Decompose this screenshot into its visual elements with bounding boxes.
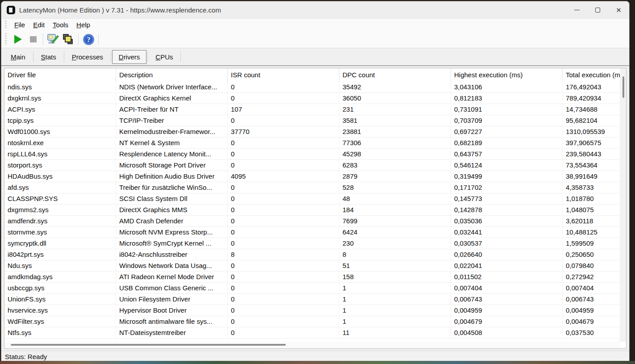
cell-highest-execution: 3,043106 [451, 82, 563, 93]
horizontal-scrollbar[interactable] [4, 342, 620, 348]
cell-highest-execution: 0,319499 [451, 171, 563, 182]
cell-total-execution: 0,250650 [563, 249, 626, 260]
table-row[interactable]: tcpip.sys TCP/IP-Treiber 0 3581 0,703709… [4, 115, 626, 126]
table-row[interactable]: rspLLL64.sys Resplendence Latency Monit.… [4, 149, 626, 160]
table-row[interactable]: amdkmdag.sys ATI Radeon Kernel Mode Driv… [4, 272, 626, 283]
status-text: Status: Ready [5, 353, 47, 360]
cell-highest-execution: 0,022041 [451, 260, 563, 272]
menu-tools[interactable]: Tools [49, 20, 72, 29]
column-header-description[interactable]: Description [116, 68, 228, 82]
column-header-isr-count[interactable]: ISR count [228, 68, 339, 82]
cell-dpc-count: 3581 [339, 115, 451, 126]
table-row[interactable]: Wdf01000.sys Kernelmodustreiber-Framewor… [4, 126, 626, 138]
cell-dpc-count: 11 [339, 327, 451, 339]
cell-description: i8042-Anschlusstreiber [116, 249, 228, 260]
start-monitor-button[interactable] [10, 33, 25, 46]
table-row[interactable]: CLASSPNP.SYS SCSI Class System Dll 0 48 … [4, 193, 626, 205]
minimize-icon [574, 10, 580, 10]
tab-processes[interactable]: Processes [65, 50, 110, 64]
column-header-highest-execution[interactable]: Highest execution (ms) [451, 68, 563, 82]
cell-isr-count: 0 [228, 272, 339, 283]
cell-isr-count: 0 [228, 182, 339, 193]
vertical-scrollbar[interactable] [620, 68, 626, 342]
monitor-pen-icon [47, 33, 59, 45]
play-icon [14, 35, 22, 44]
table-row[interactable]: UnionFS.sys Union Filesystem Driver 0 1 … [4, 294, 626, 305]
cell-total-execution: 0,007404 [563, 283, 626, 294]
horizontal-scrollbar-thumb[interactable] [11, 344, 286, 346]
table-row[interactable]: dxgmms2.sys DirectX Graphics MMS 0 184 0… [4, 205, 626, 216]
vertical-scrollbar-thumb[interactable] [622, 76, 624, 98]
minimize-button[interactable] [566, 1, 587, 18]
cell-isr-count: 0 [228, 305, 339, 316]
cell-dpc-count: 1 [339, 305, 451, 316]
cell-description: SCSI Class System Dll [116, 193, 228, 205]
table-row[interactable]: stornvme.sys Microsoft NVM Express Storp… [4, 227, 626, 238]
column-header-total-execution[interactable]: Total execution (ms) [563, 68, 626, 82]
menubar-gripper[interactable] [5, 21, 7, 29]
table-row[interactable]: amdfendr.sys AMD Crash Defender 0 7699 0… [4, 216, 626, 227]
cell-description: Resplendence Latency Monit... [116, 149, 228, 160]
cell-driver-file: CLASSPNP.SYS [4, 193, 116, 205]
menu-help[interactable]: Help [72, 20, 94, 29]
system-report-button[interactable] [46, 33, 61, 46]
table-row[interactable]: i8042prt.sys i8042-Anschlusstreiber 8 8 … [4, 249, 626, 260]
table-header: Driver file Description ISR count DPC co… [4, 68, 626, 82]
cell-dpc-count: 184 [339, 205, 451, 216]
table-row[interactable]: afd.sys Treiber für zusätzliche WinSo...… [4, 182, 626, 193]
column-header-driver-file[interactable]: Driver file [4, 68, 116, 82]
cell-driver-file: amdfendr.sys [4, 216, 116, 227]
tab-separator [64, 51, 64, 62]
cell-highest-execution: 0,026640 [451, 249, 563, 260]
tab-cpus[interactable]: CPUs [149, 50, 180, 64]
cell-dpc-count: 1 [339, 294, 451, 305]
table-row[interactable]: ntoskrnl.exe NT Kernel & System 0 77306 … [4, 138, 626, 149]
cell-highest-execution: 0,035036 [451, 216, 563, 227]
cell-driver-file: usbccgp.sys [4, 283, 116, 294]
tab-drivers[interactable]: Drivers [112, 50, 147, 64]
menu-file[interactable]: File [10, 20, 29, 29]
cell-total-execution: 95,682104 [563, 115, 626, 126]
table-row[interactable]: ndis.sys NDIS (Network Driver Interface.… [4, 82, 626, 93]
drivers-listview: Driver file Description ISR count DPC co… [4, 68, 627, 349]
cell-highest-execution: 0,546124 [451, 160, 563, 171]
table-row[interactable]: usbccgp.sys USB Common Class Generic ...… [4, 283, 626, 294]
cell-highest-execution: 0,142878 [451, 205, 563, 216]
maximize-button[interactable] [587, 1, 608, 18]
cell-highest-execution: 0,006743 [451, 294, 563, 305]
cell-driver-file: ntoskrnl.exe [4, 138, 116, 149]
cell-isr-count: 0 [228, 227, 339, 238]
menu-edit[interactable]: Edit [29, 20, 49, 29]
window-title: LatencyMon (Home Edition ) v 7.31 - http… [19, 6, 221, 14]
cell-total-execution: 10,488125 [563, 227, 626, 238]
table-row[interactable]: Ntfs.sys NT-Dateisystemtreiber 0 11 0,00… [4, 327, 626, 339]
table-row[interactable]: storport.sys Microsoft Storage Port Driv… [4, 160, 626, 171]
tab-stats[interactable]: Stats [34, 50, 63, 64]
help-button[interactable]: ? [81, 33, 96, 46]
tab-main[interactable]: Main [4, 50, 32, 64]
stack-windows-button[interactable] [61, 33, 76, 46]
cell-description: DirectX Graphics Kernel [116, 93, 228, 104]
table-row[interactable]: dxgkrnl.sys DirectX Graphics Kernel 0 36… [4, 93, 626, 104]
cell-driver-file: dxgmms2.sys [4, 205, 116, 216]
cell-driver-file: afd.sys [4, 182, 116, 193]
table-row[interactable]: ACPI.sys ACPI-Treiber für NT 107 231 0,7… [4, 104, 626, 115]
cell-highest-execution: 0,004679 [451, 316, 563, 327]
table-row[interactable]: Ndu.sys Windows Network Data Usag... 0 5… [4, 260, 626, 272]
close-button[interactable]: ✕ [608, 1, 629, 18]
table-row[interactable]: WdFilter.sys Microsoft antimalware file … [4, 316, 626, 327]
cell-description: Windows Network Data Usag... [116, 260, 228, 272]
cell-isr-count: 0 [228, 283, 339, 294]
column-header-dpc-count[interactable]: DPC count [339, 68, 451, 82]
cell-isr-count: 37770 [228, 126, 339, 138]
cell-highest-execution: 0,731091 [451, 104, 563, 115]
stop-monitor-button[interactable] [25, 33, 41, 46]
cell-total-execution: 1310,095539 [563, 126, 626, 138]
cell-driver-file: HDAudBus.sys [4, 171, 116, 182]
cell-description: Microsoft Storage Port Driver [116, 160, 228, 171]
table-row[interactable]: HDAudBus.sys High Definition Audio Bus D… [4, 171, 626, 182]
table-row[interactable]: hvservice.sys Hypervisor Boot Driver 0 1… [4, 305, 626, 316]
cell-total-execution: 3,620118 [563, 216, 626, 227]
table-row[interactable]: symcryptk.dll Microsoft® SymCrypt Kernel… [4, 238, 626, 249]
toolbar-gripper[interactable] [5, 33, 7, 46]
